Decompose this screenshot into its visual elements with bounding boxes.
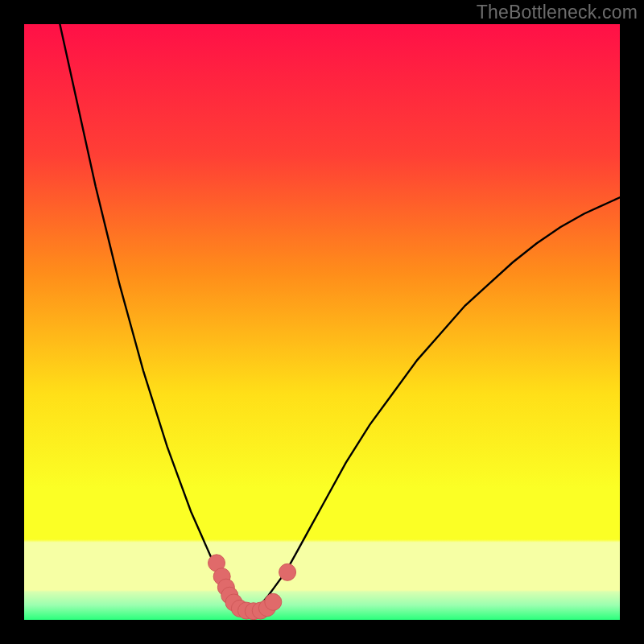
plot-area [24,24,620,620]
gradient-background [24,24,620,620]
watermark-text: TheBottleneck.com [477,2,638,23]
chart-frame: TheBottleneck.com [0,0,644,644]
plot-svg [24,24,620,620]
curve-marker [279,564,296,580]
curve-marker [265,593,282,610]
